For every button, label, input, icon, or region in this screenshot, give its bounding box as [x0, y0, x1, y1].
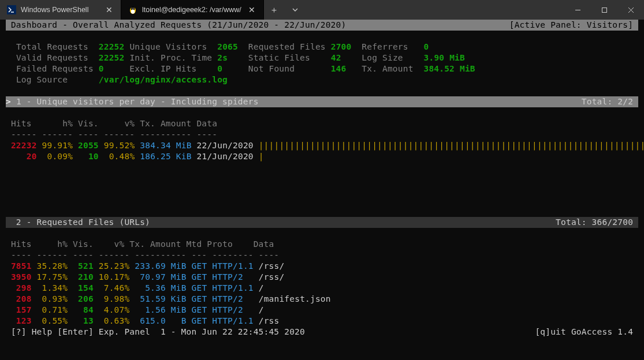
- blank: [6, 162, 638, 173]
- tab-title: ltoinel@dedigeeek2: /var/www/: [142, 5, 241, 16]
- dashboard-header: Dashboard - Overall Analyzed Requests (2…: [6, 20, 638, 31]
- table-row: 298 1.34% 154 7.46% 5.36 MiB GET HTTP/1.…: [6, 283, 638, 294]
- blank: [6, 228, 638, 239]
- powershell-icon: [7, 5, 16, 14]
- close-icon[interactable]: ✕: [246, 5, 258, 16]
- linux-icon: [128, 5, 137, 14]
- summary-row-2: Valid Requests 22252 Init. Proc. Time 2s…: [6, 52, 638, 63]
- blank: [6, 31, 638, 42]
- summary-row-3: Failed Requests 0 Excl. IP Hits 0 Not Fo…: [6, 63, 638, 74]
- panel-1-sep: ----- ------ ---- ------ ---------- ----: [6, 129, 638, 140]
- panel-2-sep: ---- ------ ---- ------ ---------- --- -…: [6, 250, 638, 261]
- tab-strip: Windows PowerShell ✕ ltoinel@dedigeeek2:…: [0, 0, 264, 20]
- tab-ssh[interactable]: ltoinel@dedigeeek2: /var/www/ ✕: [121, 0, 264, 20]
- blank: [6, 206, 638, 217]
- chevron-down-icon: [292, 6, 299, 13]
- table-row: 208 0.93% 206 9.98% 51.59 KiB GET HTTP/2…: [6, 294, 638, 305]
- table-row: 123 0.55% 13 0.63% 615.0 B GET HTTP/1.1 …: [6, 316, 638, 327]
- svg-point-4: [132, 8, 132, 9]
- summary-row-1: Total Requests 22252 Unique Visitors 206…: [6, 42, 638, 52]
- svg-rect-6: [602, 7, 606, 12]
- panel-2-header: 2 - Requested Files (URLs)Total: 366/270…: [6, 217, 638, 228]
- table-row: 20 0.09% 10 0.48% 186.25 KiB 21/Jun/2020…: [6, 151, 638, 162]
- maximize-button[interactable]: [591, 0, 617, 20]
- window-titlebar: Windows PowerShell ✕ ltoinel@dedigeeek2:…: [0, 0, 644, 20]
- blank: [6, 85, 638, 96]
- panel-1-header: > 1 - Unique visitors per day - Includin…: [6, 96, 638, 107]
- close-icon[interactable]: ✕: [103, 5, 115, 16]
- svg-point-3: [131, 9, 135, 14]
- summary-row-4: Log Source /var/log/nginx/access.log: [6, 74, 638, 85]
- blank: [6, 184, 638, 195]
- tab-title: Windows PowerShell: [21, 5, 99, 16]
- table-row: 7851 35.28% 521 25.23% 233.69 MiB GET HT…: [6, 261, 638, 272]
- window-controls: [564, 0, 644, 20]
- close-button[interactable]: [617, 0, 644, 20]
- tab-dropdown-button[interactable]: [285, 0, 306, 20]
- footer: [?] Help [Enter] Exp. Panel 1 - Mon Jun …: [6, 327, 638, 337]
- table-row: 22232 99.91% 2055 99.52% 384.34 MiB 22/J…: [6, 140, 638, 151]
- minimize-button[interactable]: [564, 0, 591, 20]
- minimize-icon: [575, 7, 581, 13]
- blank: [6, 173, 638, 184]
- table-row: 157 0.71% 84 4.07% 1.56 MiB GET HTTP/2 /: [6, 305, 638, 316]
- new-tab-button[interactable]: ＋: [264, 0, 285, 20]
- blank: [6, 107, 638, 118]
- blank: [6, 195, 638, 206]
- maximize-icon: [601, 7, 608, 13]
- svg-point-5: [133, 8, 134, 9]
- terminal-content[interactable]: Dashboard - Overall Analyzed Requests (2…: [0, 20, 644, 337]
- panel-2-cols: Hits h% Vis. v% Tx. Amount Mtd Proto Dat…: [6, 239, 638, 250]
- tab-powershell[interactable]: Windows PowerShell ✕: [0, 0, 121, 20]
- close-icon: [628, 7, 634, 13]
- panel-1-cols: Hits h% Vis. v% Tx. Amount Data: [6, 118, 638, 129]
- table-row: 3950 17.75% 210 10.17% 70.97 MiB GET HTT…: [6, 272, 638, 283]
